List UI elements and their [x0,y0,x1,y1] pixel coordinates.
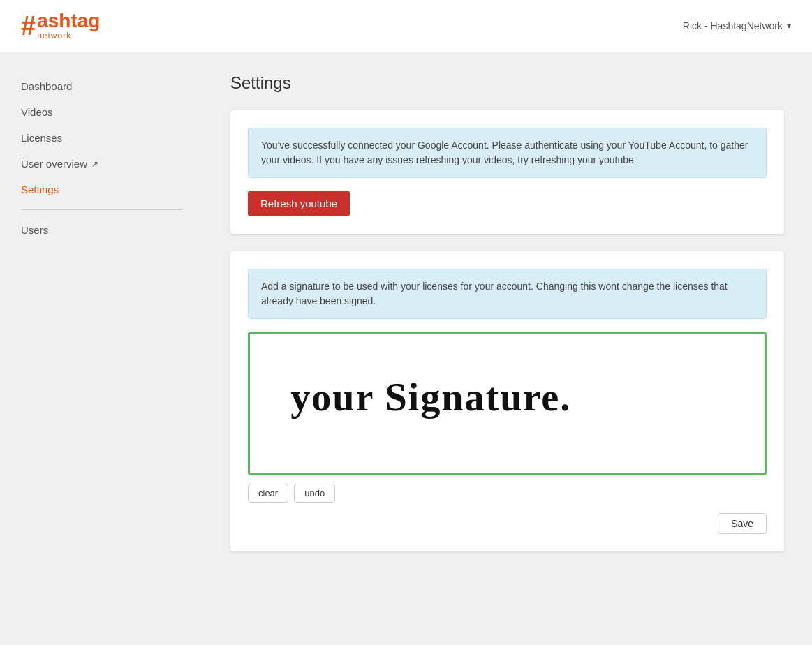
sidebar-item-videos[interactable]: Videos [0,99,202,125]
svg-text:your Signature.: your Signature. [290,376,571,419]
header: # ashtag network Rick - HashtagNetwork ▾ [0,0,812,52]
youtube-card: You've successfully connected your Googl… [230,110,784,234]
sidebar-item-user-overview[interactable]: User overview ↗ [0,151,202,177]
chevron-down-icon: ▾ [787,21,791,31]
sidebar-item-dashboard[interactable]: Dashboard [0,73,202,99]
signature-info-text: Add a signature to be used with your lic… [261,281,728,306]
sidebar-item-user-overview-label: User overview [21,158,87,170]
sidebar-item-licenses[interactable]: Licenses [0,125,202,151]
card-footer: Save [248,513,767,534]
page-title: Settings [230,73,784,93]
signature-card: Add a signature to be used with your lic… [230,251,784,551]
user-menu[interactable]: Rick - HashtagNetwork ▾ [683,20,791,31]
clear-button[interactable]: clear [248,484,288,503]
logo-network: network [37,31,100,40]
save-button[interactable]: Save [718,513,767,534]
external-link-icon: ↗ [91,159,98,169]
sidebar-item-settings[interactable]: Settings [0,177,202,202]
sidebar-item-users[interactable]: Users [0,217,202,243]
logo-hash-symbol: # [21,13,36,39]
sidebar: Dashboard Videos Licenses User overview … [0,52,202,645]
undo-button[interactable]: undo [294,484,335,503]
youtube-info-box: You've successfully connected your Googl… [248,128,767,178]
signature-svg: your Signature. [250,334,765,473]
user-name: Rick - HashtagNetwork [683,20,783,31]
youtube-info-text: You've successfully connected your Googl… [261,140,748,165]
logo-ashtag: ashtag [37,11,100,31]
layout: Dashboard Videos Licenses User overview … [0,52,812,645]
main-content: Settings You've successfully connected y… [202,52,812,645]
refresh-youtube-button[interactable]: Refresh youtube [248,191,350,216]
logo: # ashtag network [21,11,100,40]
signature-action-buttons: clear undo [248,484,767,503]
signature-info-box: Add a signature to be used with your lic… [248,269,767,319]
logo-text: ashtag network [37,11,100,40]
sidebar-divider [21,209,182,210]
signature-canvas[interactable]: your Signature. [248,332,767,475]
